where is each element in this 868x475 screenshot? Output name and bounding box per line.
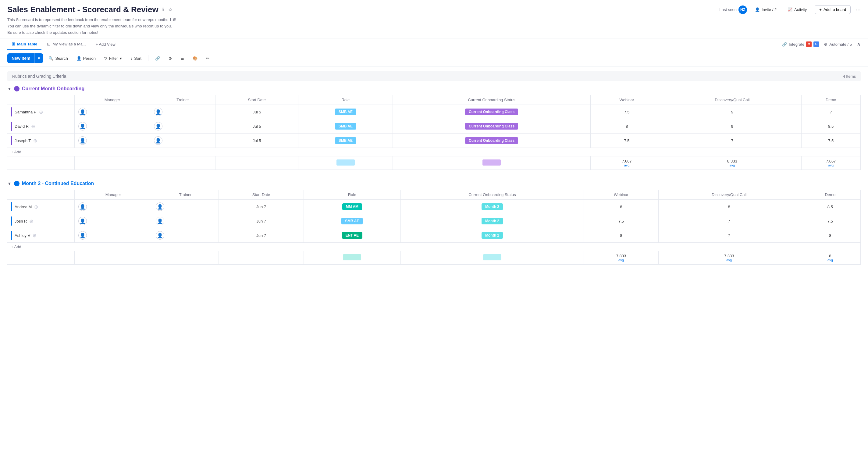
more-options-button[interactable]: ···	[856, 6, 861, 13]
filter-icon: ▽	[104, 56, 107, 61]
trainer-person-icon[interactable]: 👤	[156, 217, 164, 225]
status-avg-swatch	[483, 254, 501, 260]
activity-button[interactable]: 📈 Activity	[784, 5, 810, 14]
add-view-button[interactable]: + Add View	[91, 39, 120, 50]
invite-button[interactable]: 👤 Invite / 2	[752, 5, 780, 14]
link-icon-btn[interactable]: 🔗	[152, 54, 163, 62]
filter-button[interactable]: ▽ Filter ▾	[101, 54, 125, 62]
group2-table: Manager Trainer Start Date Role Current …	[7, 190, 861, 265]
add-row[interactable]: + Add	[7, 243, 861, 251]
manager-person-icon[interactable]: 👤	[78, 231, 87, 240]
col-start-date: Start Date	[215, 95, 299, 105]
add-row-icon[interactable]: ⊕	[34, 204, 38, 210]
add-row-icon[interactable]: ⊕	[39, 109, 43, 115]
table-row: Samantha P ⊕ 👤 👤 Jul 5 SMB AE Current On…	[7, 105, 861, 119]
add-row-icon[interactable]: ⊕	[31, 123, 35, 129]
group2-header: ▼ Month 2 - Continued Education	[7, 180, 861, 187]
add-row[interactable]: + Add	[7, 148, 861, 156]
status-badge: Current Onboarding Class	[465, 109, 518, 115]
demo-avg: 7.667	[826, 159, 836, 164]
formula-icon-btn[interactable]: ✏	[203, 54, 212, 62]
calendar-icon: C	[813, 41, 819, 47]
row-name: Joseph T	[14, 139, 31, 143]
col-manager: Manager	[74, 95, 150, 105]
role-badge: SMB AE	[335, 137, 356, 144]
star-icon[interactable]: ☆	[167, 6, 173, 13]
person-button[interactable]: 👤 Person	[73, 54, 99, 62]
table-area: Rubrics and Grading Criteria 4 Items ▼ C…	[0, 66, 868, 279]
table-row: Josh R ⊕ 👤 👤 Jun 7 SMB AE Month 2 7.5 7	[7, 214, 861, 228]
info-icon[interactable]: ℹ	[161, 6, 164, 13]
row-name: Andrea M	[14, 205, 32, 209]
row-height-icon-btn[interactable]: ☰	[177, 54, 187, 62]
add-row-icon[interactable]: ⊕	[29, 218, 33, 224]
avg-row: 7.833 avg 7.333 avg 8 avg	[7, 251, 861, 265]
manager-person-icon[interactable]: 👤	[78, 136, 87, 145]
webinar-avg: 7.667	[622, 159, 632, 164]
group1-name: Current Month Onboarding	[22, 86, 85, 91]
add-row-icon[interactable]: ⊕	[33, 233, 37, 238]
group1-table: Manager Trainer Start Date Role Current …	[7, 95, 861, 170]
status-badge: Month 2	[482, 232, 503, 239]
grid-icon: ⊡	[47, 41, 51, 46]
col-discovery: Discovery/Qual Call	[658, 190, 800, 200]
trainer-person-icon[interactable]: 👤	[154, 122, 162, 130]
trainer-person-icon[interactable]: 👤	[156, 202, 164, 211]
manager-person-icon[interactable]: 👤	[78, 217, 87, 225]
manager-person-icon[interactable]: 👤	[78, 122, 87, 130]
tab-main-table[interactable]: ⊞ Main Table	[7, 38, 41, 50]
row-color-bar	[11, 216, 12, 226]
group-month2: ▼ Month 2 - Continued Education Manager …	[7, 180, 861, 265]
automate-button[interactable]: ⚙ Automate / 5	[824, 42, 852, 47]
status-avg-swatch	[483, 159, 501, 166]
group2-name: Month 2 - Continued Education	[22, 181, 94, 186]
search-button[interactable]: 🔍 Search	[45, 54, 71, 62]
last-seen: Last seen NZ	[720, 5, 747, 14]
manager-person-icon[interactable]: 👤	[78, 202, 87, 211]
new-item-dropdown-arrow[interactable]: ▾	[34, 53, 43, 63]
sort-button[interactable]: ↕ Sort	[127, 54, 145, 62]
row-color-bar	[11, 107, 12, 116]
role-badge: ENT AE	[342, 232, 363, 239]
toolbar: New Item ▾ 🔍 Search 👤 Person ▽ Filter ▾ …	[0, 50, 868, 66]
hide-icon-btn[interactable]: ⊘	[165, 54, 175, 62]
col-demo: Demo	[801, 95, 860, 105]
tab-my-view[interactable]: ⊡ My View as a Ma...	[43, 38, 90, 50]
col-trainer: Trainer	[152, 190, 219, 200]
manager-person-icon[interactable]: 👤	[78, 108, 87, 116]
role-badge: SMB AE	[335, 123, 356, 129]
col-name	[7, 190, 74, 200]
rubrics-row: Rubrics and Grading Criteria 4 Items	[7, 71, 861, 81]
trainer-person-icon[interactable]: 👤	[154, 136, 162, 145]
col-discovery: Discovery/Qual Call	[663, 95, 801, 105]
col-manager: Manager	[74, 190, 152, 200]
status-badge: Current Onboarding Class	[465, 123, 518, 129]
filter-dropdown-icon: ▾	[120, 56, 122, 61]
tabs-right-actions: 🔗 Integrate M C ⚙ Automate / 5 ∧	[782, 41, 861, 48]
role-badge: SMB AE	[335, 109, 356, 115]
table-row: David R ⊕ 👤 👤 Jul 5 SMB AE Current Onboa…	[7, 119, 861, 133]
status-badge: Current Onboarding Class	[465, 137, 518, 144]
page-title: Sales Enablement - Scorecard & Review	[7, 5, 158, 14]
group1-toggle[interactable]: ▼	[7, 86, 11, 91]
table-row: Ashley V ⊕ 👤 👤 Jun 7 ENT AE Month 2 8 7	[7, 228, 861, 243]
role-avg-swatch	[343, 254, 361, 260]
sort-icon: ↕	[130, 56, 132, 61]
add-to-board-button[interactable]: + Add to board	[815, 5, 850, 14]
group2-toggle[interactable]: ▼	[7, 181, 11, 186]
trainer-person-icon[interactable]: 👤	[156, 231, 164, 240]
invite-icon: 👤	[755, 7, 760, 12]
page-header: Sales Enablement - Scorecard & Review ℹ …	[0, 0, 868, 38]
col-name	[7, 95, 74, 105]
integrate-button[interactable]: 🔗 Integrate M C	[782, 41, 819, 47]
col-role: Role	[299, 95, 393, 105]
avg-row: 7.667 avg 8.333 avg 7.667 avg	[7, 156, 861, 170]
person-icon: 👤	[76, 56, 82, 61]
trainer-person-icon[interactable]: 👤	[154, 108, 162, 116]
row-color-bar	[11, 136, 12, 145]
new-item-button[interactable]: New Item ▾	[7, 53, 43, 63]
color-icon-btn[interactable]: 🎨	[190, 54, 200, 62]
demo-avg: 8	[829, 254, 831, 258]
add-row-icon[interactable]: ⊕	[33, 138, 37, 144]
collapse-button[interactable]: ∧	[857, 41, 861, 48]
